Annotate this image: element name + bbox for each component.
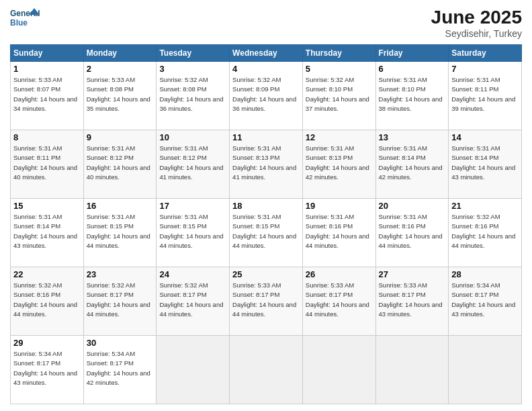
day-cell: 11 Sunrise: 5:31 AMSunset: 8:13 PMDaylig… bbox=[230, 130, 303, 199]
day-number: 17 bbox=[159, 201, 226, 211]
day-number: 5 bbox=[306, 64, 373, 74]
calendar-header-row: Sunday Monday Tuesday Wednesday Thursday… bbox=[11, 45, 522, 62]
day-cell: 16 Sunrise: 5:31 AMSunset: 8:15 PMDaylig… bbox=[83, 199, 157, 267]
day-number: 30 bbox=[87, 338, 154, 348]
day-info: Sunrise: 5:31 AMSunset: 8:10 PMDaylight:… bbox=[379, 75, 446, 113]
day-info: Sunrise: 5:31 AMSunset: 8:11 PMDaylight:… bbox=[13, 144, 81, 182]
day-cell: 19 Sunrise: 5:31 AMSunset: 8:16 PMDaylig… bbox=[302, 199, 375, 267]
day-number: 9 bbox=[87, 132, 154, 142]
header: General Blue June 2025 Seydisehir, Turke… bbox=[10, 7, 522, 39]
day-number: 22 bbox=[13, 269, 81, 279]
day-number: 15 bbox=[13, 201, 81, 211]
day-info: Sunrise: 5:34 AMSunset: 8:17 PMDaylight:… bbox=[87, 349, 154, 387]
day-number: 23 bbox=[87, 269, 154, 279]
day-number: 24 bbox=[159, 269, 226, 279]
day-cell bbox=[375, 336, 449, 404]
day-info: Sunrise: 5:33 AMSunset: 8:17 PMDaylight:… bbox=[379, 281, 446, 319]
day-cell: 12 Sunrise: 5:31 AMSunset: 8:13 PMDaylig… bbox=[302, 130, 375, 199]
svg-text:Blue: Blue bbox=[10, 18, 28, 28]
col-wednesday: Wednesday bbox=[230, 45, 303, 62]
page: General Blue June 2025 Seydisehir, Turke… bbox=[0, 0, 532, 411]
day-info: Sunrise: 5:32 AMSunset: 8:17 PMDaylight:… bbox=[87, 281, 154, 319]
day-info: Sunrise: 5:31 AMSunset: 8:12 PMDaylight:… bbox=[87, 144, 154, 182]
week-row-1: 1 Sunrise: 5:33 AMSunset: 8:07 PMDayligh… bbox=[11, 62, 522, 130]
day-number: 20 bbox=[379, 201, 446, 211]
day-info: Sunrise: 5:31 AMSunset: 8:15 PMDaylight:… bbox=[232, 212, 300, 250]
logo: General Blue bbox=[10, 7, 42, 31]
day-cell bbox=[449, 336, 522, 404]
col-monday: Monday bbox=[83, 45, 157, 62]
day-cell: 5 Sunrise: 5:32 AMSunset: 8:10 PMDayligh… bbox=[302, 62, 375, 130]
day-info: Sunrise: 5:32 AMSunset: 8:16 PMDaylight:… bbox=[13, 281, 81, 319]
day-cell: 8 Sunrise: 5:31 AMSunset: 8:11 PMDayligh… bbox=[11, 130, 84, 199]
day-cell bbox=[230, 336, 303, 404]
day-cell: 2 Sunrise: 5:33 AMSunset: 8:08 PMDayligh… bbox=[83, 62, 157, 130]
day-number: 4 bbox=[232, 64, 300, 74]
day-info: Sunrise: 5:32 AMSunset: 8:08 PMDaylight:… bbox=[159, 75, 226, 113]
day-info: Sunrise: 5:31 AMSunset: 8:13 PMDaylight:… bbox=[232, 144, 300, 182]
day-number: 28 bbox=[451, 269, 519, 279]
day-cell: 7 Sunrise: 5:31 AMSunset: 8:11 PMDayligh… bbox=[449, 62, 522, 130]
day-cell: 10 Sunrise: 5:31 AMSunset: 8:12 PMDaylig… bbox=[157, 130, 230, 199]
day-info: Sunrise: 5:33 AMSunset: 8:07 PMDaylight:… bbox=[13, 75, 81, 113]
logo-svg: General Blue bbox=[10, 7, 42, 31]
day-cell: 28 Sunrise: 5:34 AMSunset: 8:17 PMDaylig… bbox=[449, 267, 522, 336]
day-cell: 4 Sunrise: 5:32 AMSunset: 8:09 PMDayligh… bbox=[230, 62, 303, 130]
day-cell: 18 Sunrise: 5:31 AMSunset: 8:15 PMDaylig… bbox=[230, 199, 303, 267]
week-row-2: 8 Sunrise: 5:31 AMSunset: 8:11 PMDayligh… bbox=[11, 130, 522, 199]
col-friday: Friday bbox=[375, 45, 449, 62]
day-number: 25 bbox=[232, 269, 300, 279]
day-cell: 15 Sunrise: 5:31 AMSunset: 8:14 PMDaylig… bbox=[11, 199, 84, 267]
day-cell: 29 Sunrise: 5:34 AMSunset: 8:17 PMDaylig… bbox=[11, 336, 84, 404]
col-sunday: Sunday bbox=[11, 45, 84, 62]
col-saturday: Saturday bbox=[449, 45, 522, 62]
week-row-5: 29 Sunrise: 5:34 AMSunset: 8:17 PMDaylig… bbox=[11, 336, 522, 404]
day-cell: 22 Sunrise: 5:32 AMSunset: 8:16 PMDaylig… bbox=[11, 267, 84, 336]
day-number: 1 bbox=[13, 64, 81, 74]
day-info: Sunrise: 5:31 AMSunset: 8:15 PMDaylight:… bbox=[87, 212, 154, 250]
day-number: 26 bbox=[306, 269, 373, 279]
calendar: Sunday Monday Tuesday Wednesday Thursday… bbox=[10, 44, 522, 404]
day-info: Sunrise: 5:33 AMSunset: 8:17 PMDaylight:… bbox=[306, 281, 373, 319]
day-number: 10 bbox=[159, 132, 226, 142]
day-info: Sunrise: 5:33 AMSunset: 8:08 PMDaylight:… bbox=[87, 75, 154, 113]
day-cell: 14 Sunrise: 5:31 AMSunset: 8:14 PMDaylig… bbox=[449, 130, 522, 199]
location-title: Seydisehir, Turkey bbox=[431, 28, 522, 39]
day-number: 27 bbox=[379, 269, 446, 279]
day-info: Sunrise: 5:31 AMSunset: 8:14 PMDaylight:… bbox=[13, 212, 81, 250]
day-number: 7 bbox=[451, 64, 519, 74]
day-number: 8 bbox=[13, 132, 81, 142]
day-cell: 25 Sunrise: 5:33 AMSunset: 8:17 PMDaylig… bbox=[230, 267, 303, 336]
day-info: Sunrise: 5:31 AMSunset: 8:11 PMDaylight:… bbox=[451, 75, 519, 113]
day-cell: 17 Sunrise: 5:31 AMSunset: 8:15 PMDaylig… bbox=[157, 199, 230, 267]
day-cell: 24 Sunrise: 5:32 AMSunset: 8:17 PMDaylig… bbox=[157, 267, 230, 336]
day-info: Sunrise: 5:31 AMSunset: 8:14 PMDaylight:… bbox=[379, 144, 446, 182]
col-tuesday: Tuesday bbox=[157, 45, 230, 62]
day-cell: 21 Sunrise: 5:32 AMSunset: 8:16 PMDaylig… bbox=[449, 199, 522, 267]
day-info: Sunrise: 5:31 AMSunset: 8:14 PMDaylight:… bbox=[451, 144, 519, 182]
day-cell bbox=[302, 336, 375, 404]
day-cell: 6 Sunrise: 5:31 AMSunset: 8:10 PMDayligh… bbox=[375, 62, 449, 130]
week-row-4: 22 Sunrise: 5:32 AMSunset: 8:16 PMDaylig… bbox=[11, 267, 522, 336]
day-number: 3 bbox=[159, 64, 226, 74]
day-cell bbox=[157, 336, 230, 404]
day-cell: 1 Sunrise: 5:33 AMSunset: 8:07 PMDayligh… bbox=[11, 62, 84, 130]
day-number: 19 bbox=[306, 201, 373, 211]
day-number: 12 bbox=[306, 132, 373, 142]
day-cell: 30 Sunrise: 5:34 AMSunset: 8:17 PMDaylig… bbox=[83, 336, 157, 404]
day-info: Sunrise: 5:32 AMSunset: 8:17 PMDaylight:… bbox=[159, 281, 226, 319]
day-info: Sunrise: 5:34 AMSunset: 8:17 PMDaylight:… bbox=[13, 349, 81, 387]
day-number: 6 bbox=[379, 64, 446, 74]
week-row-3: 15 Sunrise: 5:31 AMSunset: 8:14 PMDaylig… bbox=[11, 199, 522, 267]
day-cell: 27 Sunrise: 5:33 AMSunset: 8:17 PMDaylig… bbox=[375, 267, 449, 336]
day-info: Sunrise: 5:31 AMSunset: 8:15 PMDaylight:… bbox=[159, 212, 226, 250]
day-info: Sunrise: 5:31 AMSunset: 8:13 PMDaylight:… bbox=[306, 144, 373, 182]
month-title: June 2025 bbox=[431, 7, 522, 28]
day-cell: 3 Sunrise: 5:32 AMSunset: 8:08 PMDayligh… bbox=[157, 62, 230, 130]
title-block: June 2025 Seydisehir, Turkey bbox=[431, 7, 522, 39]
day-info: Sunrise: 5:32 AMSunset: 8:10 PMDaylight:… bbox=[306, 75, 373, 113]
day-cell: 20 Sunrise: 5:31 AMSunset: 8:16 PMDaylig… bbox=[375, 199, 449, 267]
day-number: 2 bbox=[87, 64, 154, 74]
day-cell: 26 Sunrise: 5:33 AMSunset: 8:17 PMDaylig… bbox=[302, 267, 375, 336]
col-thursday: Thursday bbox=[302, 45, 375, 62]
